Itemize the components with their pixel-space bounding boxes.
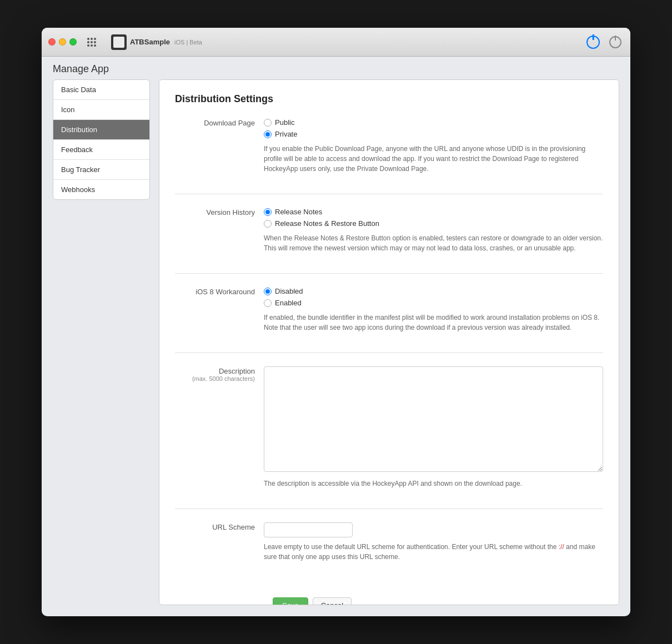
version-history-radio-group: Release Notes Release Notes & Restore Bu… — [264, 208, 603, 228]
radio-enabled[interactable]: Enabled — [264, 299, 603, 307]
power-on-button[interactable] — [585, 34, 601, 51]
app-name: ATBSample — [130, 38, 170, 46]
version-history-label: Version History — [175, 208, 264, 253]
ios8-radio-group: Disabled Enabled — [264, 287, 603, 307]
main-layout: Basic Data Icon Distribution Feedback Bu… — [42, 79, 630, 616]
ios8-label: iOS 8 Workaround — [175, 287, 264, 333]
ios8-help: If enabled, the bundle identifier in the… — [264, 313, 603, 333]
version-history-section: Version History Release Notes Release No… — [175, 208, 603, 274]
sidebar-item-bug-tracker[interactable]: Bug Tracker — [53, 160, 149, 180]
sidebar: Basic Data Icon Distribution Feedback Bu… — [53, 79, 150, 605]
radio-public-circle — [264, 119, 272, 127]
sidebar-item-feedback[interactable]: Feedback — [53, 140, 149, 160]
content-area: Manage App Basic Data Icon Distribution … — [42, 57, 630, 616]
description-section: Description (max. 5000 characters) The d… — [175, 366, 603, 509]
radio-release-notes[interactable]: Release Notes — [264, 208, 603, 216]
radio-release-notes-restore[interactable]: Release Notes & Restore Button — [264, 219, 603, 228]
power-on-icon — [586, 36, 600, 49]
close-button[interactable] — [48, 38, 56, 46]
sidebar-nav: Basic Data Icon Distribution Feedback Bu… — [53, 79, 150, 200]
titlebar-actions — [585, 34, 624, 51]
version-history-help: When the Release Notes & Restore Button … — [264, 233, 603, 253]
url-highlight: :// — [559, 543, 564, 551]
radio-private[interactable]: Private — [264, 130, 603, 138]
download-page-controls: Public Private If you enable the Public … — [264, 118, 603, 174]
page-header: Manage App — [42, 57, 630, 79]
grid-icon — [87, 38, 96, 47]
maximize-button[interactable] — [69, 38, 77, 46]
radio-release-notes-circle — [264, 208, 272, 216]
url-scheme-controls: Leave empty to use the default URL schem… — [264, 522, 603, 562]
url-scheme-help: Leave empty to use the default URL schem… — [264, 542, 603, 562]
description-help: The description is accessible via the Ho… — [264, 479, 603, 489]
minimize-button[interactable] — [59, 38, 66, 46]
radio-disabled[interactable]: Disabled — [264, 287, 603, 295]
ios8-row: iOS 8 Workaround Disabled Enabled — [175, 287, 603, 333]
sidebar-item-webhooks[interactable]: Webhooks — [53, 180, 149, 199]
save-button[interactable]: Save — [273, 597, 308, 605]
url-scheme-section: URL Scheme Leave empty to use the defaul… — [175, 522, 603, 582]
download-page-label: Download Page — [175, 118, 264, 174]
app-platform: iOS | Beta — [174, 39, 202, 46]
radio-disabled-circle — [264, 288, 272, 295]
power-off-button[interactable] — [607, 34, 624, 51]
main-content: Distribution Settings Download Page Publ… — [159, 79, 619, 605]
form-actions: Save Cancel — [175, 597, 603, 605]
sidebar-item-basic-data[interactable]: Basic Data — [53, 80, 149, 100]
ios8-controls: Disabled Enabled If enabled, the bundle … — [264, 287, 603, 333]
description-label: Description (max. 5000 characters) — [175, 366, 264, 489]
app-logo — [111, 34, 127, 50]
power-off-icon — [609, 36, 621, 48]
download-page-help: If you enable the Public Download Page, … — [264, 144, 603, 174]
traffic-lights — [48, 38, 77, 46]
grid-menu-button[interactable] — [83, 34, 100, 51]
download-page-row: Download Page Public Private — [175, 118, 603, 174]
version-history-controls: Release Notes Release Notes & Restore Bu… — [264, 208, 603, 253]
app-identity: ATBSample iOS | Beta — [111, 34, 202, 50]
sidebar-item-icon[interactable]: Icon — [53, 100, 149, 120]
download-page-section: Download Page Public Private — [175, 118, 603, 194]
sidebar-item-distribution[interactable]: Distribution — [53, 120, 149, 140]
titlebar: ATBSample iOS | Beta — [42, 28, 630, 57]
version-history-row: Version History Release Notes Release No… — [175, 208, 603, 253]
radio-private-circle — [264, 130, 272, 138]
url-scheme-input[interactable] — [264, 522, 353, 537]
description-textarea[interactable] — [264, 366, 603, 472]
radio-public[interactable]: Public — [264, 118, 603, 127]
app-window: ATBSample iOS | Beta Manage App Basic Da… — [42, 28, 630, 616]
radio-enabled-circle — [264, 299, 272, 307]
url-scheme-label: URL Scheme — [175, 522, 264, 562]
download-page-radio-group: Public Private — [264, 118, 603, 138]
url-scheme-row: URL Scheme Leave empty to use the defaul… — [175, 522, 603, 562]
section-title: Distribution Settings — [175, 93, 603, 105]
description-controls: The description is accessible via the Ho… — [264, 366, 603, 489]
description-row: Description (max. 5000 characters) The d… — [175, 366, 603, 489]
radio-release-notes-restore-circle — [264, 220, 272, 228]
cancel-button[interactable]: Cancel — [313, 597, 352, 605]
ios8-section: iOS 8 Workaround Disabled Enabled — [175, 287, 603, 353]
